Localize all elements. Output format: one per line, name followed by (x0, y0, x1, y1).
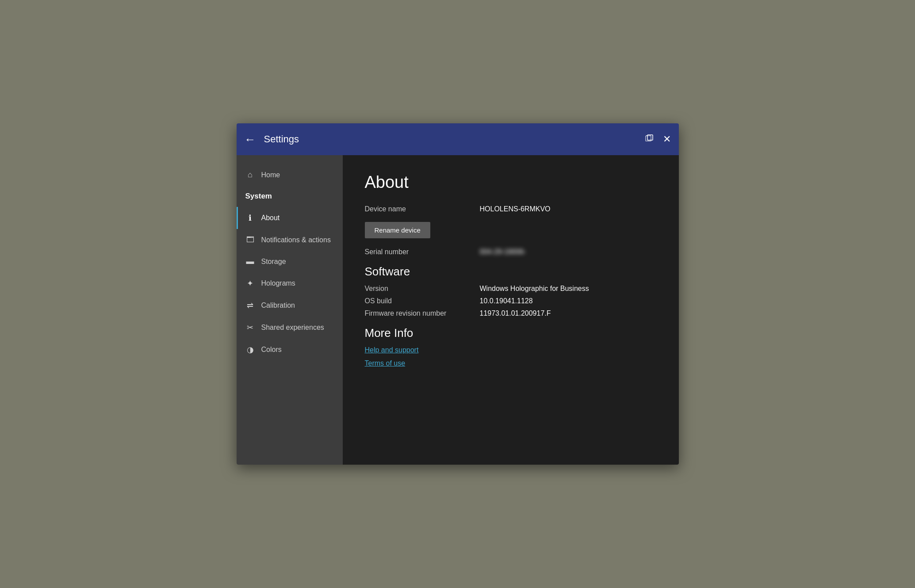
sidebar-item-notifications[interactable]: 🗔 Notifications & actions (237, 229, 343, 251)
software-section-title: Software (365, 265, 657, 279)
sidebar-home-label: Home (261, 171, 280, 179)
sidebar-item-about[interactable]: ℹ About (237, 207, 343, 229)
titlebar: ← Settings ✕ (237, 123, 679, 155)
restore-button[interactable] (644, 134, 654, 145)
sidebar: ⌂ Home System ℹ About 🗔 Notifications & … (237, 155, 343, 465)
device-name-label: Device name (365, 205, 480, 213)
titlebar-title: Settings (264, 134, 299, 145)
serial-number-label: Serial number (365, 248, 480, 256)
content: ⌂ Home System ℹ About 🗔 Notifications & … (237, 155, 679, 465)
firmware-value: 11973.01.01.200917.F (480, 309, 551, 317)
holograms-icon: ✦ (245, 279, 255, 288)
storage-icon: ▬ (245, 257, 255, 266)
about-icon: ℹ (245, 213, 255, 223)
page-title: About (365, 173, 657, 192)
version-row: Version Windows Holographic for Business (365, 285, 657, 293)
sidebar-notifications-label: Notifications & actions (261, 236, 331, 244)
back-button[interactable]: ← (245, 134, 256, 145)
version-label: Version (365, 285, 480, 293)
sidebar-colors-label: Colors (261, 346, 282, 354)
os-build-label: OS build (365, 297, 480, 305)
sidebar-calibration-label: Calibration (261, 302, 295, 309)
settings-window: ← Settings ✕ ⌂ Home System ℹ (237, 123, 679, 465)
serial-number-value: 004-29-19006- (480, 248, 526, 256)
os-build-row: OS build 10.0.19041.1128 (365, 297, 657, 305)
shared-icon: ✂ (245, 323, 255, 332)
main-content: About Device name HOLOLENS-6RMKVO Rename… (343, 155, 679, 465)
serial-number-row: Serial number 004-29-19006- (365, 248, 657, 256)
colors-icon: ◑ (245, 345, 255, 355)
device-name-row: Device name HOLOLENS-6RMKVO (365, 205, 657, 213)
close-button[interactable]: ✕ (663, 134, 671, 145)
sidebar-about-label: About (261, 214, 280, 222)
notifications-icon: 🗔 (245, 235, 255, 244)
help-and-support-link[interactable]: Help and support (365, 346, 657, 354)
sidebar-system-label: System (245, 192, 272, 201)
sidebar-item-holograms[interactable]: ✦ Holograms (237, 272, 343, 294)
sidebar-holograms-label: Holograms (261, 279, 295, 287)
device-name-value: HOLOLENS-6RMKVO (480, 205, 551, 213)
sidebar-item-storage[interactable]: ▬ Storage (237, 251, 343, 272)
version-value: Windows Holographic for Business (480, 285, 589, 293)
os-build-value: 10.0.19041.1128 (480, 297, 533, 305)
sidebar-storage-label: Storage (261, 258, 286, 266)
sidebar-shared-label: Shared experiences (261, 324, 324, 332)
titlebar-left: ← Settings (245, 134, 299, 145)
more-info-title: More Info (365, 326, 657, 340)
terms-of-use-link[interactable]: Terms of use (365, 359, 657, 367)
sidebar-item-colors[interactable]: ◑ Colors (237, 339, 343, 361)
titlebar-right: ✕ (644, 134, 671, 145)
home-icon: ⌂ (245, 170, 255, 179)
calibration-icon: ⇌ (245, 301, 255, 310)
firmware-row: Firmware revision number 11973.01.01.200… (365, 309, 657, 317)
sidebar-item-shared[interactable]: ✂ Shared experiences (237, 317, 343, 339)
sidebar-item-home[interactable]: ⌂ Home (237, 164, 343, 186)
firmware-label: Firmware revision number (365, 309, 480, 317)
rename-device-button[interactable]: Rename device (365, 222, 430, 238)
sidebar-item-calibration[interactable]: ⇌ Calibration (237, 294, 343, 317)
sidebar-system-header: System (237, 186, 343, 207)
